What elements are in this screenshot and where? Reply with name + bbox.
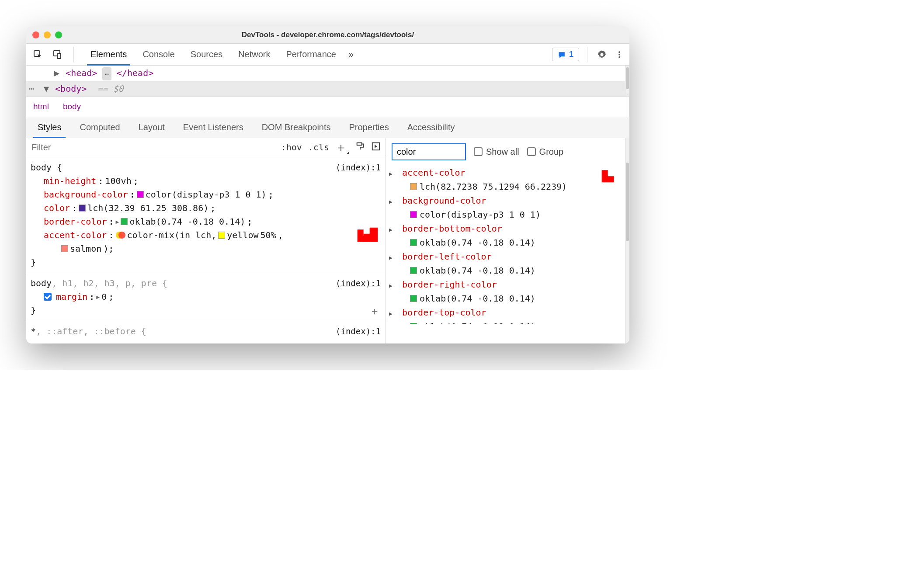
subtab-accessibility[interactable]: Accessibility bbox=[400, 117, 462, 138]
color-swatch-icon[interactable] bbox=[410, 239, 417, 246]
subtab-event-listeners[interactable]: Event Listeners bbox=[176, 117, 250, 138]
dom-node-body[interactable]: ⋯ ▼ <body> == $0 bbox=[26, 81, 629, 96]
traffic-minimize[interactable] bbox=[44, 31, 51, 38]
style-rule-body[interactable]: body { (index):1 min-height: 100vh; back… bbox=[26, 157, 385, 273]
tab-elements[interactable]: Elements bbox=[83, 44, 135, 65]
computed-prop-value: oklab(0.74 -0.18 0.14) bbox=[397, 264, 626, 278]
color-swatch-icon[interactable] bbox=[410, 267, 417, 274]
prop-background-color[interactable]: background-color bbox=[44, 188, 128, 201]
window-title: DevTools - developer.chrome.com/tags/dev… bbox=[26, 31, 629, 39]
svg-point-4 bbox=[601, 53, 604, 56]
styles-filter-row: :hov .cls ＋◢ bbox=[26, 138, 385, 157]
devtools-window: DevTools - developer.chrome.com/tags/dev… bbox=[26, 26, 629, 343]
kebab-menu-icon[interactable] bbox=[613, 48, 626, 61]
computed-prop-name: background-color bbox=[397, 194, 626, 208]
color-swatch-icon[interactable] bbox=[137, 191, 144, 198]
computed-item[interactable]: ▶border-bottom-coloroklab(0.74 -0.18 0.1… bbox=[389, 222, 626, 250]
device-toggle-icon[interactable] bbox=[51, 48, 64, 61]
svg-point-7 bbox=[618, 56, 620, 58]
traffic-zoom[interactable] bbox=[55, 31, 62, 38]
settings-gear-icon[interactable] bbox=[595, 48, 608, 61]
show-all-checkbox[interactable]: Show all bbox=[474, 147, 519, 157]
issues-icon bbox=[558, 50, 566, 59]
expand-shorthand-icon[interactable]: ▶ bbox=[116, 215, 119, 229]
prop-min-height[interactable]: min-height bbox=[44, 174, 96, 188]
computed-item[interactable]: ▶border-top-coloroklab(0.74 -0.18 0.14) bbox=[389, 305, 626, 324]
selector-text: body { bbox=[31, 161, 62, 174]
subtab-layout[interactable]: Layout bbox=[132, 117, 172, 138]
dom-node-head[interactable]: ▶ <head> ⋯ </head> bbox=[26, 66, 629, 81]
computed-pane: Show all Group ▶accent-colorlch(82.7238 … bbox=[386, 138, 629, 343]
breadcrumb-body[interactable]: body bbox=[56, 97, 88, 117]
color-swatch-icon[interactable] bbox=[410, 211, 417, 218]
expand-icon[interactable]: ▶ bbox=[389, 307, 393, 321]
tab-console[interactable]: Console bbox=[135, 44, 182, 65]
subtab-styles[interactable]: Styles bbox=[31, 117, 68, 138]
computed-prop-name: border-left-color bbox=[397, 250, 626, 264]
color-swatch-icon[interactable] bbox=[410, 295, 417, 302]
insert-style-rule-icon[interactable]: ＋ bbox=[369, 305, 380, 318]
issues-count: 1 bbox=[569, 50, 573, 59]
breadcrumb-html[interactable]: html bbox=[26, 97, 56, 117]
cls-toggle[interactable]: .cls bbox=[308, 142, 329, 153]
svg-rect-2 bbox=[57, 53, 61, 59]
computed-item[interactable]: ▶border-right-coloroklab(0.74 -0.18 0.14… bbox=[389, 278, 626, 305]
computed-prop-value: color(display-p3 1 0 1) bbox=[397, 208, 626, 222]
computed-filter-input[interactable] bbox=[392, 143, 466, 160]
prop-border-color[interactable]: border-color bbox=[44, 215, 107, 229]
subtab-properties[interactable]: Properties bbox=[342, 117, 396, 138]
prop-color[interactable]: color bbox=[44, 201, 70, 215]
color-swatch-icon[interactable] bbox=[61, 245, 68, 252]
prop-margin[interactable]: margin bbox=[56, 290, 87, 304]
traffic-lights bbox=[32, 31, 62, 38]
computed-prop-name: border-right-color bbox=[397, 278, 626, 291]
dom-tree[interactable]: ▶ <head> ⋯ </head> ⋯ ▼ <body> == $0 bbox=[26, 66, 629, 96]
color-swatch-icon[interactable] bbox=[79, 205, 86, 212]
color-swatch-icon[interactable] bbox=[410, 183, 417, 190]
expand-icon[interactable]: ▶ bbox=[389, 167, 393, 181]
source-link[interactable]: (index):1 bbox=[336, 325, 381, 338]
styles-subtabs: Styles Computed Layout Event Listeners D… bbox=[26, 117, 629, 138]
style-rule-body-multi[interactable]: body, h1, h2, h3, p, pre { (index):1 mar… bbox=[26, 273, 385, 321]
prop-accent-color[interactable]: accent-color bbox=[44, 229, 107, 242]
computed-prop-value: lch(82.7238 75.1294 66.2239) bbox=[397, 180, 626, 194]
styles-filter-input[interactable] bbox=[26, 142, 277, 153]
issues-button[interactable]: 1 bbox=[552, 48, 579, 61]
new-style-rule-icon[interactable]: ＋◢ bbox=[335, 140, 349, 155]
property-checkbox[interactable] bbox=[44, 293, 52, 301]
tabs-overflow[interactable]: » bbox=[344, 49, 358, 60]
computed-item[interactable]: ▶accent-colorlch(82.7238 75.1294 66.2239… bbox=[389, 166, 626, 194]
color-swatch-icon[interactable] bbox=[218, 232, 225, 239]
paint-format-icon[interactable] bbox=[355, 142, 365, 153]
inspect-element-icon[interactable] bbox=[31, 48, 45, 61]
style-rule-universal[interactable]: *, ::after, ::before { (index):1 bbox=[26, 321, 385, 340]
svg-point-5 bbox=[618, 51, 620, 53]
computed-scrollbar[interactable] bbox=[625, 138, 629, 343]
svg-rect-8 bbox=[357, 142, 362, 145]
computed-panel-icon[interactable] bbox=[371, 142, 381, 153]
color-swatch-icon[interactable] bbox=[410, 323, 417, 324]
source-link[interactable]: (index):1 bbox=[336, 161, 381, 174]
color-swatch-icon[interactable] bbox=[121, 218, 128, 225]
subtab-dom-breakpoints[interactable]: DOM Breakpoints bbox=[255, 117, 338, 138]
hov-toggle[interactable]: :hov bbox=[281, 142, 302, 153]
tab-performance[interactable]: Performance bbox=[278, 44, 344, 65]
computed-prop-value: oklab(0.74 -0.18 0.14) bbox=[397, 236, 626, 250]
group-checkbox[interactable]: Group bbox=[527, 147, 564, 157]
expand-icon[interactable]: ▶ bbox=[389, 223, 393, 237]
traffic-close[interactable] bbox=[32, 31, 39, 38]
computed-item[interactable]: ▶background-colorcolor(display-p3 1 0 1) bbox=[389, 194, 626, 222]
expand-icon[interactable]: ▶ bbox=[389, 251, 393, 265]
computed-item[interactable]: ▶border-left-coloroklab(0.74 -0.18 0.14) bbox=[389, 250, 626, 278]
source-link[interactable]: (index):1 bbox=[336, 277, 381, 290]
expand-icon[interactable]: ▶ bbox=[389, 279, 393, 293]
expand-shorthand-icon[interactable]: ▶ bbox=[96, 290, 100, 304]
tab-network[interactable]: Network bbox=[230, 44, 278, 65]
dom-scrollbar[interactable] bbox=[625, 66, 629, 94]
expand-icon[interactable]: ▶ bbox=[389, 195, 393, 209]
subtab-computed[interactable]: Computed bbox=[73, 117, 127, 138]
tab-sources[interactable]: Sources bbox=[183, 44, 230, 65]
color-mix-swatch-icon[interactable] bbox=[116, 232, 125, 239]
ellipsis-icon[interactable]: ⋯ bbox=[102, 67, 111, 80]
breadcrumb: html body bbox=[26, 96, 629, 117]
